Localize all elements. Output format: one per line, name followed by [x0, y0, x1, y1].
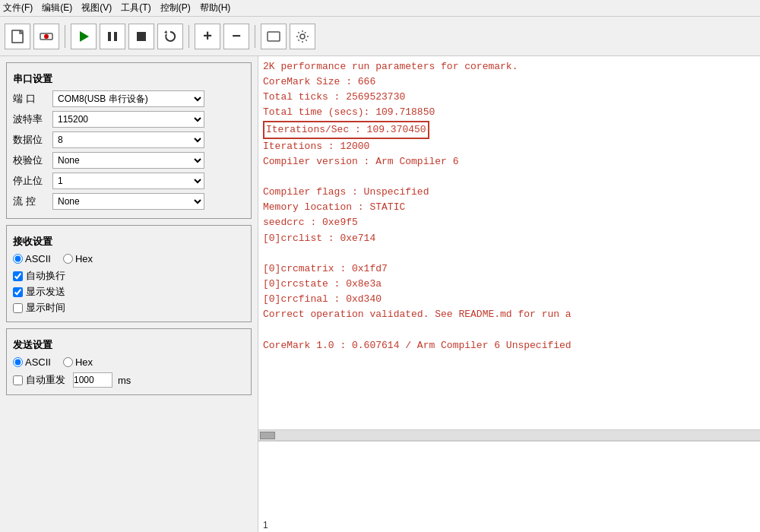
terminal-line-7: Compiler flags : Unspecified — [263, 185, 755, 200]
svg-point-10 — [300, 34, 305, 39]
stop-bits-select[interactable]: 1 — [52, 173, 204, 189]
menu-view[interactable]: 视图(V) — [81, 2, 112, 14]
terminal-content: 2K performance run parameters for corema… — [258, 56, 760, 356]
terminal-line-5: Iterations : 12000 — [263, 139, 755, 154]
send-hex-option[interactable]: Hex — [63, 356, 93, 368]
terminal-scrollbar[interactable] — [258, 429, 760, 440]
toolbar-separator-3 — [255, 25, 255, 48]
scrollbar-thumb[interactable] — [260, 432, 275, 439]
port-select[interactable]: COM8(USB 串行设备) — [52, 90, 204, 107]
receive-format-group: ASCII Hex — [13, 253, 245, 264]
baud-select[interactable]: 115200 — [52, 111, 204, 128]
show-send-row[interactable]: 显示发送 — [13, 285, 245, 299]
port-label: 端 口 — [13, 92, 52, 106]
svg-rect-7 — [137, 32, 146, 41]
send-settings-title: 发送设置 — [13, 338, 245, 352]
terminal-line-6: Compiler version : Arm Compiler 6 — [263, 154, 755, 169]
flow-label: 流 控 — [13, 195, 52, 208]
svg-marker-4 — [80, 31, 89, 42]
serial-settings-title: 串口设置 — [13, 72, 245, 86]
flow-select[interactable]: None — [52, 193, 204, 210]
send-ascii-radio[interactable] — [13, 357, 23, 367]
send-hex-label: Hex — [75, 356, 93, 368]
show-send-label: 显示发送 — [26, 285, 65, 299]
input-area[interactable]: 1 — [258, 441, 760, 532]
auto-newline-label: 自动换行 — [26, 269, 65, 283]
baud-row: 波特率 115200 — [13, 111, 245, 128]
terminal-line-blank-3 — [263, 322, 755, 337]
menu-control[interactable]: 控制(P) — [160, 2, 191, 14]
data-bits-row: 数据位 8 — [13, 131, 245, 148]
send-settings-section: 发送设置 ASCII Hex 自动重发 ms — [6, 328, 252, 395]
terminal-line-15: CoreMark 1.0 : 0.607614 / Arm Compiler 6… — [263, 338, 755, 353]
show-time-row[interactable]: 显示时间 — [13, 301, 245, 315]
receive-ascii-label: ASCII — [25, 253, 51, 264]
menu-tools[interactable]: 工具(T) — [121, 2, 150, 14]
send-ascii-label: ASCII — [25, 356, 51, 368]
svg-marker-8 — [164, 30, 167, 33]
resend-interval-input[interactable] — [73, 372, 112, 388]
terminal-line-10: [0]crclist : 0xe714 — [263, 231, 755, 246]
receive-ascii-radio[interactable] — [13, 254, 23, 264]
menu-file[interactable]: 文件(F) — [3, 2, 33, 14]
settings-button[interactable] — [290, 24, 315, 49]
stop-button[interactable] — [128, 24, 154, 49]
toolbar-separator-2 — [188, 25, 189, 48]
data-bits-select[interactable]: 8 — [52, 131, 204, 148]
svg-rect-6 — [114, 32, 117, 41]
menu-help[interactable]: 帮助(H) — [200, 2, 231, 14]
data-bits-label: 数据位 — [13, 133, 52, 147]
baud-label: 波特率 — [13, 112, 52, 126]
terminal-line-blank-2 — [263, 246, 755, 261]
terminal-line-1: CoreMark Size : 666 — [263, 74, 755, 90]
main-layout: 串口设置 端 口 COM8(USB 串行设备) 波特率 115200 数据位 8 — [0, 56, 760, 532]
parity-label: 校验位 — [13, 154, 52, 167]
record-button[interactable] — [33, 24, 59, 49]
receive-ascii-option[interactable]: ASCII — [13, 253, 51, 264]
refresh-button[interactable] — [157, 24, 183, 49]
add-button[interactable]: + — [195, 24, 220, 49]
terminal-line-blank-1 — [263, 169, 755, 185]
auto-newline-checkbox[interactable] — [13, 271, 23, 281]
menu-edit[interactable]: 编辑(E) — [42, 2, 72, 14]
left-panel: 串口设置 端 口 COM8(USB 串行设备) 波特率 115200 数据位 8 — [0, 56, 258, 532]
svg-rect-9 — [268, 32, 280, 41]
show-send-checkbox[interactable] — [13, 287, 23, 297]
auto-resend-checkbox[interactable] — [13, 375, 23, 385]
svg-rect-5 — [108, 32, 111, 41]
receive-hex-option[interactable]: Hex — [63, 253, 93, 264]
terminal-area[interactable]: 2K performance run parameters for corema… — [258, 56, 760, 441]
auto-resend-label: 自动重发 — [26, 373, 65, 387]
stop-bits-row: 停止位 1 — [13, 173, 245, 189]
terminal-line-4: Iterations/Sec : 109.370450 — [263, 121, 755, 139]
pause-button[interactable] — [100, 24, 125, 49]
terminal-line-14: Correct operation validated. See README.… — [263, 307, 755, 322]
play-button[interactable] — [71, 24, 97, 49]
window-button[interactable] — [261, 24, 287, 49]
show-time-checkbox[interactable] — [13, 303, 23, 313]
terminal-line-13: [0]crcfinal : 0xd340 — [263, 292, 755, 307]
receive-hex-label: Hex — [75, 253, 93, 264]
right-panel: 2K performance run parameters for corema… — [258, 56, 760, 532]
parity-row: 校验位 None — [13, 152, 245, 169]
terminal-line-8: Memory location : STATIC — [263, 200, 755, 215]
menubar: 文件(F) 编辑(E) 视图(V) 工具(T) 控制(P) 帮助(H) — [0, 0, 760, 17]
auto-newline-row[interactable]: 自动换行 — [13, 269, 245, 283]
toolbar-separator-1 — [65, 25, 65, 48]
receive-hex-radio[interactable] — [63, 254, 73, 264]
terminal-line-12: [0]crcstate : 0x8e3a — [263, 277, 755, 292]
send-ascii-option[interactable]: ASCII — [13, 356, 51, 368]
terminal-line-11: [0]crcmatrix : 0x1fd7 — [263, 261, 755, 277]
svg-point-3 — [44, 34, 49, 39]
new-doc-button[interactable] — [5, 24, 30, 49]
terminal-line-0: 2K performance run parameters for corema… — [263, 59, 755, 74]
auto-resend-row: 自动重发 ms — [13, 372, 245, 388]
send-format-group: ASCII Hex — [13, 356, 245, 368]
send-hex-radio[interactable] — [63, 357, 73, 367]
resend-unit-label: ms — [118, 375, 131, 386]
flow-row: 流 控 None — [13, 193, 245, 210]
parity-select[interactable]: None — [52, 152, 204, 169]
minus-button[interactable]: − — [223, 24, 249, 49]
port-row: 端 口 COM8(USB 串行设备) — [13, 90, 245, 107]
serial-settings-section: 串口设置 端 口 COM8(USB 串行设备) 波特率 115200 数据位 8 — [6, 62, 252, 219]
